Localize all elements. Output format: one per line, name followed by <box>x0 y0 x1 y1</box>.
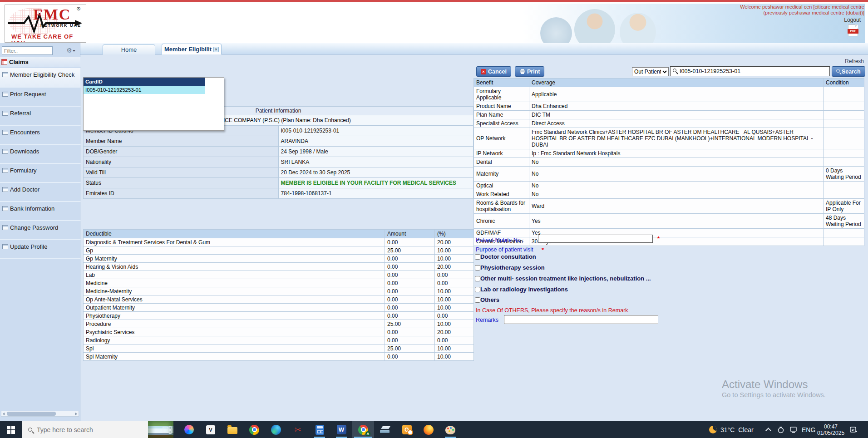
snipping-tool-button[interactable]: ✂ <box>287 421 309 438</box>
others-checkbox[interactable] <box>475 297 480 303</box>
chrome-active-button[interactable]: A <box>352 421 374 438</box>
deductible-table: Deductible Amount (%) Diagnostic & Treat… <box>83 229 474 361</box>
network-tray-button[interactable] <box>790 421 798 438</box>
task-view-icon <box>163 425 172 434</box>
calculator-button[interactable] <box>309 421 330 438</box>
table-row: IP NetworkIp : Fmc Standard Network Hosp… <box>474 149 864 158</box>
logout-link[interactable]: Logout <box>844 17 861 23</box>
other-multi-session-checkbox[interactable] <box>475 276 480 281</box>
sidebar-item-referral[interactable]: Referral <box>0 107 80 126</box>
print-button[interactable]: Print <box>515 66 544 77</box>
lab-radiology-checkbox[interactable] <box>475 287 480 292</box>
clock[interactable]: 00:4701/05/2025 <box>817 421 844 438</box>
benefits-table: Benefit Coverage Condition Formulary App… <box>473 78 864 246</box>
sidebar-horizontal-scrollbar[interactable] <box>1 411 79 417</box>
sidebar-item-prior-request[interactable]: Prior Request <box>0 88 80 107</box>
cancel-button[interactable]: × Cancel <box>476 66 511 77</box>
sidebar-item-formulary[interactable]: Formulary <box>0 164 80 183</box>
table-row: GDF/MAFYes <box>474 229 864 237</box>
eligibility-status: MEMBER IS ELIGIBLE IN YOUR FACILITY FOR … <box>278 178 473 188</box>
scanner-app-button[interactable] <box>374 421 396 438</box>
table-row: Radiology0.000.00 <box>84 336 474 344</box>
sidebar-filter-row: ⚙ <box>0 45 80 57</box>
sidebar-item-bank-information[interactable]: Bank Information <box>0 202 80 221</box>
pdf-export-icon[interactable]: PDF <box>848 25 858 36</box>
table-row: ChronicYes48 Days Waiting Period <box>474 214 864 229</box>
table-row: Procedure25.0010.00 <box>84 320 474 328</box>
form-icon <box>2 92 8 97</box>
teams-tray-button[interactable] <box>777 421 784 438</box>
edge-button[interactable] <box>265 421 287 438</box>
table-row: Medicine-Maternity0.0010.00 <box>84 287 474 295</box>
table-row: Op Ante-Natal Services0.0010.00 <box>84 295 474 304</box>
language-indicator[interactable]: ENG <box>802 421 815 438</box>
sidebar-item-encounters[interactable]: Encounters <box>0 126 80 145</box>
form-icon <box>2 168 8 173</box>
sidebar-item-change-password[interactable]: Change Password <box>0 221 80 240</box>
logo-subtitle: NETWORK UAE <box>40 23 81 28</box>
table-row: Member NameARAVINDA <box>84 136 473 147</box>
taskbar-search-box[interactable] <box>22 421 173 438</box>
gear-icon[interactable]: ⚙ <box>64 46 77 55</box>
table-header-row: Deductible Amount (%) <box>84 230 474 238</box>
paint-button[interactable] <box>439 421 461 438</box>
action-center-button[interactable] <box>850 421 858 438</box>
windows-taskbar: V ✂ W A O 31°C Clear ENG 00:4701/05/202 <box>0 421 868 438</box>
table-row: Formulary ApplicableApplicable <box>474 87 864 102</box>
search-icon <box>28 428 32 432</box>
show-hidden-icons-button[interactable] <box>766 421 770 438</box>
sidebar-item-member-eligibility-check[interactable]: Member Eligibility Check <box>0 68 80 88</box>
scroll-left-arrow-icon[interactable] <box>3 413 5 415</box>
vsco-app-button[interactable]: V <box>200 421 222 438</box>
copilot-icon <box>184 425 194 434</box>
patient-mobile-input[interactable] <box>538 235 653 243</box>
sidebar-item-update-profile[interactable]: Update Profile <box>0 240 80 259</box>
calculator-icon <box>316 425 324 435</box>
others-note: In Case Of OTHERS, Please specify the re… <box>476 307 628 314</box>
sidebar-item-downloads[interactable]: Downloads <box>0 145 80 164</box>
search-button[interactable]: Search <box>832 66 865 77</box>
purpose-option-other-multi-session: Other multi- session treatment like inje… <box>475 275 651 282</box>
weather-widget[interactable]: 31°C Clear <box>709 421 754 438</box>
form-icon <box>2 225 8 230</box>
form-icon <box>2 149 8 154</box>
word-button[interactable]: W <box>330 421 352 438</box>
purpose-of-visit-label: Purpose of patient visit <box>476 246 533 253</box>
start-button[interactable] <box>0 421 22 438</box>
time: 00:47 <box>824 423 838 430</box>
visit-type-select[interactable]: Out Patient <box>632 67 669 76</box>
close-tab-icon[interactable]: × <box>213 47 219 52</box>
table-row: OP NetworkFmc Standard Network Clinics+A… <box>474 128 864 149</box>
form-icon <box>2 244 8 249</box>
refresh-link[interactable]: Refresh <box>834 58 864 64</box>
filter-input[interactable] <box>2 46 53 55</box>
taskbar-search-input[interactable] <box>37 426 132 433</box>
tab-home[interactable]: Home <box>103 44 155 54</box>
tab-member-eligibility[interactable]: Member Eligibilit× <box>162 44 222 54</box>
app-header: FMC ® NETWORK UAE WE TAKE CARE OF YOU We… <box>0 0 868 43</box>
form-icon <box>2 187 8 192</box>
cardid-search-input[interactable] <box>680 67 829 75</box>
sidebar-item-add-doctor[interactable]: Add Doctor <box>0 183 80 202</box>
chrome-button[interactable] <box>243 421 265 438</box>
file-explorer-button[interactable] <box>222 421 243 438</box>
form-icon <box>2 130 8 135</box>
remarks-input[interactable] <box>504 315 658 324</box>
moon-icon <box>709 426 717 433</box>
table-row: Chronic Medication30 Days <box>474 237 864 246</box>
firefox-button[interactable] <box>418 421 439 438</box>
pdf-icon-fold <box>855 25 858 28</box>
task-view-button[interactable] <box>156 421 178 438</box>
scrollbar-thumb[interactable] <box>7 412 56 416</box>
purpose-option-doctor-consultation: Doctor consultation <box>475 253 536 260</box>
pdf-icon-label: PDF <box>848 29 858 34</box>
table-row: Work RelatedNo <box>474 190 864 199</box>
doctor-consultation-checkbox[interactable] <box>475 254 480 260</box>
scroll-right-arrow-icon[interactable] <box>75 413 77 415</box>
copilot-button[interactable] <box>178 421 200 438</box>
cardid-dropdown: CardID I005-010-121925253-01 <box>83 77 224 131</box>
cardid-dropdown-item[interactable]: I005-010-121925253-01 <box>84 86 205 94</box>
table-row: NationalitySRI LANKA <box>84 157 473 167</box>
physiotherapy-session-checkbox[interactable] <box>475 265 480 271</box>
outlook-button[interactable]: O <box>396 421 418 438</box>
